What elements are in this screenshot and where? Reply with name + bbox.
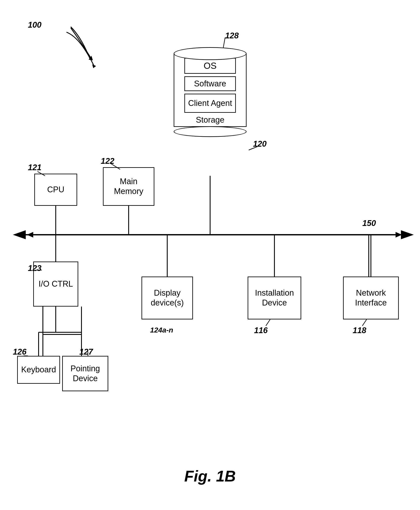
software-box: Software <box>184 76 236 91</box>
ref-150: 150 <box>362 219 376 228</box>
cpu-box: CPU <box>34 174 77 206</box>
ref-126: 126 <box>13 347 26 357</box>
ref-121: 121 <box>28 163 41 172</box>
display-device-box: Display device(s) <box>142 277 193 319</box>
io-ctrl-label: I/O CTRL <box>39 279 73 289</box>
pointing-device-label: Pointing Device <box>71 364 100 383</box>
storage-label-text: Storage <box>196 115 224 125</box>
network-interface-label: Network Interface <box>355 288 387 308</box>
installation-device-box: Installation Device <box>248 277 301 319</box>
storage-cylinder: OS Software Client Agent Storage <box>174 47 247 137</box>
installation-device-label: Installation Device <box>255 288 294 308</box>
cylinder-body: OS Software Client Agent Storage <box>174 54 247 127</box>
cpu-label: CPU <box>47 185 64 195</box>
ref-100-arrow <box>28 20 103 74</box>
main-memory-box: Main Memory <box>103 167 154 206</box>
svg-marker-27 <box>396 232 402 238</box>
ref-118: 118 <box>353 326 366 335</box>
keyboard-label: Keyboard <box>21 365 56 375</box>
svg-line-38 <box>266 319 270 326</box>
ref-127: 127 <box>79 347 93 357</box>
main-memory-label: Main Memory <box>114 177 143 196</box>
software-label: Software <box>194 79 226 88</box>
ref-120: 120 <box>253 139 267 149</box>
keyboard-box: Keyboard <box>17 356 60 384</box>
ref-122: 122 <box>101 157 114 166</box>
client-agent-label: Client Agent <box>188 99 232 108</box>
pointing-device-box: Pointing Device <box>62 356 108 391</box>
os-box: OS <box>184 58 236 74</box>
os-label: OS <box>204 61 217 71</box>
svg-line-39 <box>362 319 367 326</box>
ref-128: 128 <box>225 31 239 40</box>
cylinder-top <box>174 47 247 60</box>
ref-123: 123 <box>28 264 41 273</box>
network-interface-box: Network Interface <box>343 277 399 319</box>
cylinder-bottom <box>174 126 247 137</box>
diagram: 100 128 OS Software Client Agent Storage <box>0 0 420 510</box>
figure-caption: Fig. 1B <box>0 467 420 485</box>
svg-marker-26 <box>27 232 33 238</box>
client-agent-box: Client Agent <box>184 94 236 113</box>
display-device-label: Display device(s) <box>151 288 184 308</box>
ref-124: 124a-n <box>150 326 173 334</box>
ref-116: 116 <box>254 326 268 335</box>
